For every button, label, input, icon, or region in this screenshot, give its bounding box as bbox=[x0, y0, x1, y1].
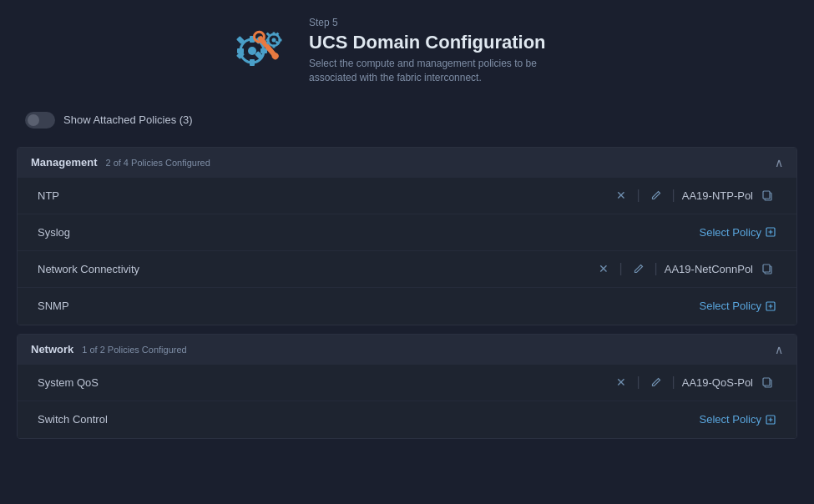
edit-button-ntp[interactable] bbox=[647, 188, 665, 203]
select-policy-link-syslog[interactable]: Select Policy bbox=[700, 226, 776, 239]
policy-actions-syslog: Select Policy bbox=[700, 226, 776, 239]
section-header-management[interactable]: Management 2 of 4 Policies Configured ∧ bbox=[18, 148, 796, 178]
svg-rect-29 bbox=[763, 265, 770, 272]
svg-rect-16 bbox=[273, 44, 276, 48]
svg-point-1 bbox=[248, 47, 256, 55]
step-label: Step 5 bbox=[309, 17, 546, 28]
section-network: Network 1 of 2 Policies Configured ∧ Sys… bbox=[17, 334, 797, 439]
svg-rect-18 bbox=[266, 38, 270, 41]
page-description: Select the compute and management polici… bbox=[309, 57, 546, 85]
policy-name-system-qos: System QoS bbox=[38, 376, 99, 389]
page-title: UCS Domain Configuration bbox=[309, 32, 546, 53]
svg-point-14 bbox=[272, 38, 276, 42]
copy-button-system-qos[interactable] bbox=[758, 375, 776, 390]
policy-row-switch-control: Switch Control Select Policy bbox=[18, 401, 796, 438]
policy-actions-switch-control: Select Policy bbox=[700, 413, 776, 426]
section-header-left-management: Management 2 of 4 Policies Configured bbox=[31, 156, 210, 169]
separator2-network-connectivity: | bbox=[655, 261, 658, 276]
policy-list-management: NTP ✕ | | AA19-NTP-Pol Syslog bbox=[18, 178, 796, 325]
section-count-management: 2 of 4 Policies Configured bbox=[105, 158, 210, 168]
header-icon bbox=[234, 22, 292, 80]
separator2-system-qos: | bbox=[672, 375, 675, 390]
svg-rect-24 bbox=[763, 191, 770, 199]
policy-name-network-connectivity: Network Connectivity bbox=[38, 263, 139, 275]
edit-button-system-qos[interactable] bbox=[647, 375, 665, 390]
policy-row-syslog: Syslog Select Policy bbox=[18, 214, 796, 251]
header-text: Step 5 UCS Domain Configuration Select t… bbox=[309, 17, 546, 85]
separator1-ntp: | bbox=[636, 188, 640, 203]
chevron-up-icon-network: ∧ bbox=[775, 343, 783, 356]
svg-rect-17 bbox=[279, 38, 282, 41]
edit-button-network-connectivity[interactable] bbox=[629, 261, 648, 276]
policy-row-system-qos: System QoS ✕ | | AA19-QoS-Pol bbox=[18, 365, 796, 401]
policy-name-switch-control: Switch Control bbox=[38, 413, 108, 426]
policy-row-ntp: NTP ✕ | | AA19-NTP-Pol bbox=[18, 178, 796, 214]
page-header: Step 5 UCS Domain Configuration Select t… bbox=[0, 0, 814, 102]
separator1-network-connectivity: | bbox=[619, 261, 622, 276]
policy-value-ntp: AA19-NTP-Pol bbox=[682, 189, 753, 202]
policy-actions-system-qos: ✕ | | AA19-QoS-Pol bbox=[613, 374, 776, 391]
separator2-ntp: | bbox=[672, 188, 675, 203]
svg-rect-4 bbox=[260, 48, 267, 53]
clear-button-ntp[interactable]: ✕ bbox=[613, 187, 629, 204]
select-policy-link-switch-control[interactable]: Select Policy bbox=[700, 413, 776, 426]
policy-row-network-connectivity: Network Connectivity ✕ | | AA19-NetConnP… bbox=[18, 251, 796, 288]
section-name-network: Network bbox=[31, 343, 73, 355]
policy-actions-snmp: Select Policy bbox=[700, 300, 776, 312]
show-attached-toggle[interactable] bbox=[25, 112, 55, 129]
copy-button-network-connectivity[interactable] bbox=[758, 261, 776, 276]
policy-list-network: System QoS ✕ | | AA19-QoS-Pol Switch Con… bbox=[18, 365, 796, 438]
clear-button-network-connectivity[interactable]: ✕ bbox=[595, 260, 612, 277]
section-management: Management 2 of 4 Policies Configured ∧ … bbox=[17, 147, 797, 325]
separator1-system-qos: | bbox=[636, 375, 640, 390]
svg-rect-15 bbox=[273, 32, 276, 35]
toggle-row: Show Attached Policies (3) bbox=[0, 102, 814, 139]
policy-value-network-connectivity: AA19-NetConnPol bbox=[665, 263, 753, 275]
policy-actions-network-connectivity: ✕ | | AA19-NetConnPol bbox=[595, 260, 776, 277]
svg-rect-34 bbox=[763, 378, 770, 386]
section-header-network[interactable]: Network 1 of 2 Policies Configured ∧ bbox=[18, 335, 796, 365]
clear-button-system-qos[interactable]: ✕ bbox=[613, 374, 629, 391]
policy-value-system-qos: AA19-QoS-Pol bbox=[682, 376, 753, 389]
sections-container: Management 2 of 4 Policies Configured ∧ … bbox=[0, 147, 814, 439]
svg-rect-3 bbox=[250, 59, 255, 66]
select-policy-link-snmp[interactable]: Select Policy bbox=[700, 300, 776, 312]
policy-name-syslog: Syslog bbox=[38, 226, 70, 239]
section-count-network: 1 of 2 Policies Configured bbox=[82, 345, 186, 355]
copy-button-ntp[interactable] bbox=[758, 188, 776, 203]
toggle-label: Show Attached Policies (3) bbox=[63, 113, 193, 126]
section-header-left-network: Network 1 of 2 Policies Configured bbox=[31, 343, 187, 355]
policy-row-snmp: SNMP Select Policy bbox=[18, 288, 796, 325]
policy-actions-ntp: ✕ | | AA19-NTP-Pol bbox=[613, 187, 776, 204]
policy-name-ntp: NTP bbox=[38, 189, 59, 202]
chevron-up-icon-management: ∧ bbox=[775, 156, 783, 169]
section-name-management: Management bbox=[31, 156, 97, 169]
policy-name-snmp: SNMP bbox=[38, 300, 69, 312]
